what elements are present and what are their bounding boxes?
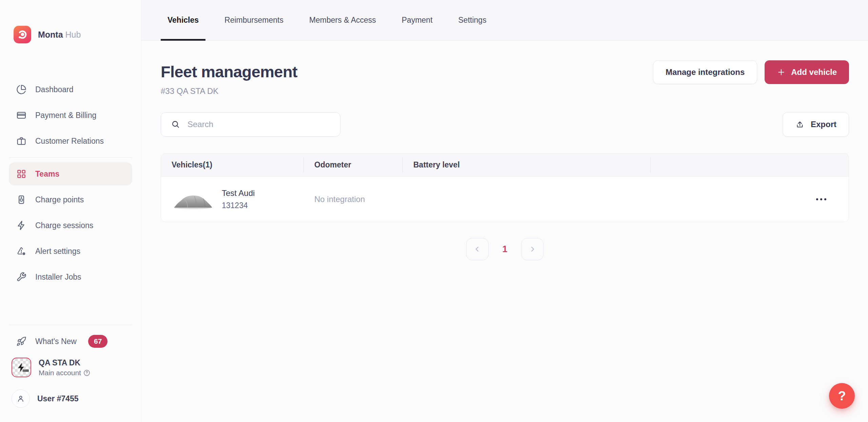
sidebar-item-label: Charge sessions: [35, 221, 93, 230]
page-title-block: Fleet management #33 QA STA DK: [161, 62, 297, 96]
add-vehicle-button[interactable]: Add vehicle: [765, 60, 849, 84]
grid-icon: [16, 169, 26, 179]
export-icon: [795, 120, 805, 129]
column-header-actions: [651, 158, 849, 173]
column-header-battery: Battery level: [403, 158, 651, 173]
page-subtitle: #33 QA STA DK: [161, 86, 297, 96]
user-menu[interactable]: User #7455: [9, 389, 132, 408]
sidebar-item-dashboard[interactable]: Dashboard: [9, 78, 132, 101]
sidebar: Monta Hub Dashboard Payment & Billing: [0, 0, 141, 422]
tab-members-access[interactable]: Members & Access: [302, 0, 383, 40]
row-menu-button[interactable]: [812, 194, 830, 204]
sidebar-item-alert-settings[interactable]: Alert settings: [9, 240, 132, 263]
page-content: Fleet management #33 QA STA DK Manage in…: [141, 62, 868, 260]
charge-point-icon: [16, 195, 26, 205]
column-header-odometer: Odometer: [304, 158, 403, 173]
user-avatar: [12, 389, 30, 408]
account-avatar: [12, 358, 31, 377]
table-header-row: Vehicles(1) Odometer Battery level: [161, 154, 849, 177]
account-info: QA STA DK Main account: [39, 358, 90, 377]
monta-logo-icon: [14, 26, 31, 43]
tab-settings[interactable]: Settings: [452, 0, 493, 40]
sidebar-bottom-divider: [9, 325, 132, 325]
brand-name-main: Monta: [38, 30, 63, 39]
manage-integrations-button[interactable]: Manage integrations: [653, 60, 757, 84]
vehicle-id: 131234: [222, 201, 255, 210]
previous-page-button[interactable]: [466, 238, 489, 260]
table-row[interactable]: Test Audi 131234 No integration: [161, 177, 849, 222]
current-page-number: 1: [502, 244, 507, 255]
whats-new-badge: 67: [88, 335, 107, 348]
sidebar-item-label: Teams: [35, 169, 59, 179]
sidebar-bottom: What's New 67 QA STA DK Main account: [0, 320, 141, 422]
pie-chart-icon: [16, 84, 26, 95]
sidebar-item-charge-points[interactable]: Charge points: [9, 188, 132, 211]
help-button[interactable]: ?: [829, 383, 855, 409]
account-name: QA STA DK: [39, 358, 90, 367]
vehicles-table: Vehicles(1) Odometer Battery level: [161, 153, 849, 222]
search-icon: [171, 120, 180, 129]
main-area: Vehicles Reimbursements Members & Access…: [141, 0, 868, 422]
covered-car-image: [172, 188, 214, 211]
tab-bar: Vehicles Reimbursements Members & Access…: [141, 0, 868, 41]
search-input[interactable]: [187, 119, 335, 129]
sidebar-item-charge-sessions[interactable]: Charge sessions: [9, 214, 132, 237]
sidebar-item-teams[interactable]: Teams: [9, 162, 132, 185]
ellipsis-menu-icon: [816, 198, 818, 200]
next-page-button[interactable]: [521, 238, 544, 260]
export-button[interactable]: Export: [783, 112, 849, 137]
sidebar-item-label: Customer Relations: [35, 137, 104, 146]
column-header-vehicles: Vehicles(1): [161, 158, 304, 173]
credit-card-icon: [16, 110, 26, 120]
sidebar-item-label: Payment & Billing: [35, 111, 96, 120]
brand-logo: Monta Hub: [0, 0, 141, 43]
account-subtitle: Main account: [39, 369, 90, 377]
whats-new-label: What's New: [35, 337, 77, 346]
toolbar: Export: [161, 112, 849, 137]
briefcase-icon: [16, 136, 26, 146]
sidebar-item-label: Dashboard: [35, 85, 74, 94]
brand-name: Monta Hub: [38, 30, 81, 40]
sidebar-item-label: Alert settings: [35, 247, 80, 256]
tab-vehicles[interactable]: Vehicles: [161, 0, 205, 40]
plus-icon: [777, 68, 786, 77]
sidebar-item-installer-jobs[interactable]: Installer Jobs: [9, 265, 132, 288]
whats-new-button[interactable]: What's New 67: [9, 330, 132, 353]
pagination: 1: [161, 238, 849, 260]
vehicle-name: Test Audi: [222, 188, 255, 198]
rocket-icon: [16, 336, 26, 346]
odometer-cell: No integration: [304, 195, 403, 204]
circled-question-icon: [83, 369, 90, 376]
alert-gear-icon: [16, 246, 26, 256]
search-box: [161, 112, 340, 137]
add-vehicle-label: Add vehicle: [791, 67, 837, 77]
sidebar-item-label: Charge points: [35, 195, 84, 204]
page-header: Fleet management #33 QA STA DK Manage in…: [161, 62, 849, 96]
avatar-watermark: [23, 369, 29, 372]
user-label: User #7455: [37, 394, 79, 403]
tab-reimbursements[interactable]: Reimbursements: [218, 0, 290, 40]
vehicle-info: Test Audi 131234: [222, 188, 255, 210]
sidebar-nav: Dashboard Payment & Billing Customer Rel…: [0, 75, 141, 291]
lightning-icon: [16, 220, 26, 230]
account-subtitle-label: Main account: [39, 369, 81, 377]
tab-payment[interactable]: Payment: [395, 0, 439, 40]
header-actions: Manage integrations Add vehicle: [653, 60, 849, 84]
brand-name-suffix: Hub: [65, 30, 81, 39]
sidebar-divider: [9, 157, 132, 158]
sidebar-item-label: Installer Jobs: [35, 273, 81, 282]
wrench-icon: [16, 272, 26, 282]
vehicle-cell: Test Audi 131234: [161, 188, 304, 211]
page-title: Fleet management: [161, 62, 297, 81]
export-label: Export: [811, 120, 836, 129]
account-switcher[interactable]: QA STA DK Main account: [9, 358, 132, 377]
sidebar-item-payment-billing[interactable]: Payment & Billing: [9, 104, 132, 127]
sidebar-item-customer-relations[interactable]: Customer Relations: [9, 129, 132, 153]
